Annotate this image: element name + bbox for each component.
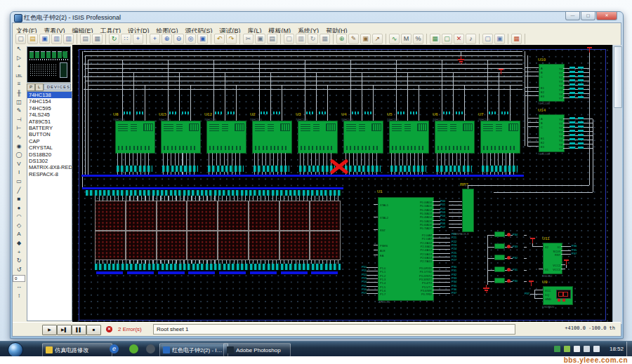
2d-text-mode-icon[interactable]: A xyxy=(14,230,24,239)
return-to-parent-icon[interactable]: ▣ xyxy=(494,34,505,44)
generator-mode-icon[interactable]: ◯ xyxy=(14,151,24,160)
led-matrix-module[interactable] xyxy=(95,231,126,261)
security-shield-icon[interactable] xyxy=(554,346,560,352)
copy-icon[interactable]: ▣ xyxy=(255,34,265,44)
error-count[interactable]: 2 Error(s) xyxy=(118,326,142,332)
device-item-74hc595[interactable]: 74HC595 xyxy=(27,105,72,112)
save-design-icon[interactable]: ▣ xyxy=(39,34,50,44)
decoder-u14[interactable]: ABCE1E2E3Y0Y1Y2Y3Y4Y5Y6Y7 xyxy=(539,114,565,152)
push-button[interactable] xyxy=(494,243,505,249)
terminal-mode-icon[interactable]: ⊣ xyxy=(14,116,24,125)
terminal-row[interactable] xyxy=(208,166,244,172)
open-design-icon[interactable]: ▤ xyxy=(27,34,38,44)
netlist-to-ares-icon[interactable]: ▦ xyxy=(511,34,522,44)
minimize-button[interactable]: — xyxy=(565,12,580,20)
zoom-in-icon[interactable]: ⊕ xyxy=(162,34,172,44)
terminal-row[interactable] xyxy=(482,166,518,172)
buses-mode-icon[interactable]: ╫ xyxy=(14,89,24,98)
shift-register-u12[interactable] xyxy=(206,121,246,154)
mark-output-area-icon[interactable]: ▦ xyxy=(92,34,103,44)
paste-icon[interactable]: ▤ xyxy=(267,34,277,44)
shift-register-u5[interactable] xyxy=(389,121,429,154)
2d-box-mode-icon[interactable]: ■ xyxy=(14,195,24,204)
goto-sheet-icon[interactable]: ♪ xyxy=(466,34,476,44)
zoom-all-icon[interactable]: ◎ xyxy=(185,34,196,44)
pick-button[interactable]: P xyxy=(27,83,35,91)
wire-autorouter-icon[interactable]: ∿ xyxy=(389,34,400,44)
undo-icon[interactable]: ↶ xyxy=(214,34,225,44)
scrollbar-thumb[interactable] xyxy=(614,46,622,108)
export-section-icon[interactable]: ▥ xyxy=(63,34,74,44)
subcircuit-mode-icon[interactable]: ◫ xyxy=(14,98,24,107)
block-rotate-icon[interactable]: ↻ xyxy=(308,34,318,44)
library-button[interactable]: L xyxy=(35,83,44,91)
media-quicklaunch-icon[interactable] xyxy=(146,344,155,353)
titlebar[interactable]: 红色电子钟2(2) - ISIS Professional —▢✕ xyxy=(11,12,623,22)
led-matrix-module[interactable] xyxy=(279,231,310,261)
stop-simulation-button[interactable]: ■ xyxy=(86,325,101,335)
device-item-matrix-8x8-red[interactable]: MATRIX-8X8-RED xyxy=(27,164,72,170)
led-matrix-module[interactable] xyxy=(218,231,249,261)
temp-ds18b20[interactable]: VCCDQGND xyxy=(543,286,573,305)
push-button[interactable] xyxy=(494,255,505,260)
led-matrix-module[interactable] xyxy=(157,231,187,261)
led-matrix-module[interactable] xyxy=(249,231,279,261)
show-desktop-button[interactable] xyxy=(626,342,632,357)
led-matrix-module[interactable] xyxy=(95,201,126,231)
device-item-ds1302[interactable]: DS1302 xyxy=(27,158,72,164)
device-item-button[interactable]: BUTTON xyxy=(27,131,72,137)
junction-dot-mode-icon[interactable]: + xyxy=(14,62,24,72)
block-move-icon[interactable]: ▥ xyxy=(296,34,306,44)
matrix-bottom-bus[interactable] xyxy=(127,271,154,274)
device-item-crystal[interactable]: CRYSTAL xyxy=(27,144,72,151)
shift-register-u7[interactable] xyxy=(480,121,520,154)
current-probe-mode-icon[interactable]: I xyxy=(14,168,24,177)
tape-recorder-mode-icon[interactable]: ◉ xyxy=(14,142,24,151)
device-item-at89c51[interactable]: AT89C51 xyxy=(27,119,72,125)
folder-task[interactable]: 仿真电路修改 xyxy=(42,343,112,357)
device-item-74hc138[interactable]: 74HC138 xyxy=(27,92,72,98)
flip-vertical-icon[interactable]: ↕ xyxy=(14,292,24,301)
matrix-bottom-bus[interactable] xyxy=(219,271,246,274)
step-simulation-button[interactable]: ▶▌ xyxy=(57,325,72,335)
push-button[interactable] xyxy=(494,231,505,237)
start-button[interactable] xyxy=(8,342,23,358)
push-button[interactable] xyxy=(494,267,505,272)
led-matrix-module[interactable] xyxy=(279,201,310,231)
device-item-battery[interactable]: BATTERY xyxy=(27,125,72,131)
photoshop-task[interactable]: Adobe Photoshop xyxy=(223,343,291,357)
matrix-bottom-bus[interactable] xyxy=(250,271,277,274)
pause-simulation-button[interactable]: ▌▌ xyxy=(72,325,86,335)
remove-sheet-icon[interactable]: ✕ xyxy=(454,34,464,44)
push-button[interactable] xyxy=(494,278,505,283)
component-mode-icon[interactable]: ▷ xyxy=(14,54,24,63)
matrix-top-bus[interactable] xyxy=(82,187,343,189)
import-section-icon[interactable]: ▥ xyxy=(51,34,62,44)
maximize-button[interactable]: ▢ xyxy=(581,12,595,20)
graph-mode-icon[interactable]: ∿ xyxy=(14,133,24,142)
2d-line-mode-icon[interactable]: ╱ xyxy=(14,187,24,196)
rotation-angle-field[interactable]: 0 xyxy=(13,275,25,282)
2d-symbol-mode-icon[interactable]: ◆ xyxy=(14,239,24,248)
pan-icon[interactable]: + xyxy=(150,34,160,44)
matrix-bottom-bus[interactable] xyxy=(188,271,215,274)
new-root-sheet-icon[interactable]: ▢ xyxy=(442,34,452,44)
schematic-preview[interactable] xyxy=(27,46,71,83)
mcu-at89c51[interactable]: XTAL1XTAL2RSTPSENALEEAP1.0P1.1P1.2P1.3P1… xyxy=(378,197,434,301)
taskbar-clock[interactable]: 18:52 xyxy=(610,346,624,352)
led-matrix-module[interactable] xyxy=(218,201,249,231)
matrix-top-terminals[interactable] xyxy=(86,190,341,196)
shift-register-u15[interactable] xyxy=(161,121,201,154)
new-design-icon[interactable]: ▢ xyxy=(15,34,26,44)
close-button[interactable]: ✕ xyxy=(596,12,617,20)
shift-register-u8[interactable] xyxy=(115,121,155,154)
terminal-row[interactable] xyxy=(162,166,198,172)
device-item-cap[interactable]: CAP xyxy=(27,138,72,144)
matrix-bottom-terminals[interactable] xyxy=(95,264,341,270)
led-matrix-module[interactable] xyxy=(187,231,218,261)
instant-edit-mode-icon[interactable]: ✎ xyxy=(14,107,24,116)
redo-icon[interactable]: ↷ xyxy=(226,34,237,44)
led-matrix-module[interactable] xyxy=(249,201,279,231)
terminal-row[interactable] xyxy=(254,166,289,172)
main-bus[interactable] xyxy=(81,175,524,177)
